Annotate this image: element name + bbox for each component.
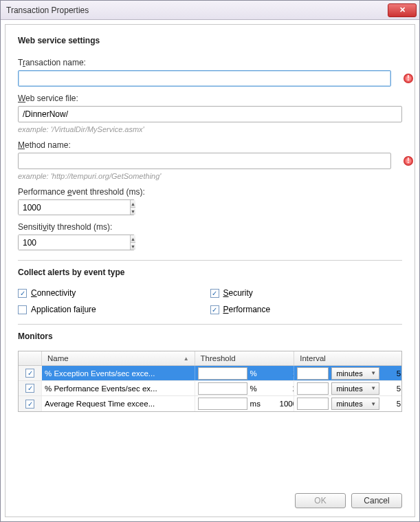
spin-down-icon[interactable]: ▼ [131,208,135,215]
interval-unit-select[interactable]: minutes▼ [331,367,379,380]
threshold-input[interactable] [199,398,295,409]
checkbox-icon: ✓ [18,289,27,298]
interval-spinner[interactable]: ▲▼ [297,398,329,410]
checkbox-icon: ✓ [210,289,219,298]
example-method-name: example: 'http://tempuri.org/GetSomethin… [18,172,402,180]
spin-down-icon[interactable]: ▼ [131,243,135,250]
error-icon: ! [404,156,413,166]
table-row[interactable]: ✓% Performance Events/sec ex...▲▼%▲▼minu… [19,381,401,396]
interval-spinner[interactable]: ▲▼ [297,382,329,395]
ok-button[interactable]: OK [295,493,346,508]
chevron-down-icon: ▼ [371,370,376,376]
threshold-spinner[interactable]: ▲▼ [198,382,247,395]
window-title: Transaction Properties [6,6,388,15]
row-name-cell: % Performance Events/sec ex... [42,381,195,395]
checkbox-icon[interactable]: ✓ [25,384,34,393]
perf-threshold-spinner[interactable]: ▲ ▼ [18,199,135,215]
row-threshold-cell: ▲▼% [195,381,295,395]
threshold-unit: % [250,369,263,378]
threshold-input[interactable] [199,383,295,394]
table-header: Name▲ Threshold Interval [19,351,401,366]
checkbox-icon[interactable]: ✓ [25,400,34,409]
label-web-service-file: Web service file: [18,94,402,103]
checkbox-security[interactable]: ✓ Security [210,288,403,298]
interval-unit-value: minutes [336,369,363,378]
row-name-cell: Average Request Time excee... [42,396,195,411]
chevron-down-icon: ▼ [371,385,376,391]
col-interval[interactable]: Interval [294,351,401,365]
spin-up-icon[interactable]: ▲ [131,235,135,243]
close-button[interactable]: ✕ [388,3,417,17]
alerts-grid: ✓ Connectivity ✓ Security Application fa… [18,288,402,314]
label-perf-threshold: Performance event threshold (ms): [18,187,402,197]
table-row[interactable]: ✓% Exception Events/sec exce...▲▼%▲▼minu… [19,366,401,381]
separator [18,324,402,325]
label-transaction-name: Transaction name: [18,58,402,67]
example-web-service-file: example: '/VirtualDir/MyService.asmx' [18,125,402,133]
threshold-unit: % [250,384,263,393]
spinner-buttons: ▲ ▼ [130,235,135,250]
table-row[interactable]: ✓Average Request Time excee...▲▼ms▲▼minu… [19,396,401,411]
row-interval-cell: ▲▼minutes▼ [294,366,401,380]
interval-unit-select[interactable]: minutes▼ [331,382,379,395]
row-name: % Exception Events/sec exce... [45,369,155,378]
row-threshold-cell: ▲▼ms [195,396,295,411]
row-name-cell: % Exception Events/sec exce... [42,366,195,380]
row-checkbox-cell: ✓ [19,396,42,411]
sens-threshold-spinner[interactable]: ▲ ▼ [18,235,135,250]
row-threshold-cell: ▲▼% [195,366,295,380]
section-web-service: Web service settings [18,36,402,45]
spinner-buttons: ▲ ▼ [130,200,135,215]
row-checkbox-cell: ✓ [19,381,42,395]
checkbox-app-failure[interactable]: Application failure [18,305,210,314]
col-threshold[interactable]: Threshold [195,351,295,365]
transaction-name-input[interactable] [18,70,391,87]
checkbox-connectivity[interactable]: ✓ Connectivity [18,288,210,298]
web-service-file-input[interactable] [18,106,402,122]
cancel-button[interactable]: Cancel [351,493,402,508]
col-check[interactable] [19,351,42,365]
interval-spinner[interactable]: ▲▼ [297,367,329,380]
threshold-unit: ms [250,400,263,408]
monitors-table: Name▲ Threshold Interval ✓% Exception Ev… [18,351,402,412]
interval-unit-value: minutes [336,384,363,393]
chevron-down-icon: ▼ [371,401,376,407]
spin-up-icon[interactable]: ▲ [131,200,135,208]
checkbox-icon [18,305,27,314]
button-bar: OK Cancel [18,483,402,508]
titlebar: Transaction Properties ✕ [1,1,419,20]
row-name: % Performance Events/sec ex... [45,384,157,393]
dialog-body: Web service settings Transaction name: !… [5,24,415,517]
section-collect-alerts: Collect alerts by event type [18,268,402,277]
label-sens-threshold: Sensitivity threshold (ms): [18,222,402,232]
threshold-spinner[interactable]: ▲▼ [198,398,247,410]
interval-unit-select[interactable]: minutes▼ [331,398,379,410]
close-icon: ✕ [399,6,406,14]
row-interval-cell: ▲▼minutes▼ [294,381,401,395]
row-name: Average Request Time excee... [45,400,155,408]
checkbox-icon: ✓ [210,305,219,314]
checkbox-icon[interactable]: ✓ [25,369,34,378]
separator [18,260,402,261]
row-interval-cell: ▲▼minutes▼ [294,396,401,411]
dialog-window: Transaction Properties ✕ Web service set… [0,0,420,522]
row-checkbox-cell: ✓ [19,366,42,380]
sens-threshold-input[interactable] [19,235,130,250]
section-monitors: Monitors [18,331,402,341]
perf-threshold-input[interactable] [19,200,130,215]
threshold-spinner[interactable]: ▲▼ [198,367,247,380]
col-name[interactable]: Name▲ [42,351,195,365]
error-icon: ! [404,74,413,83]
method-name-input[interactable] [18,153,391,169]
sort-asc-icon: ▲ [184,356,189,362]
threshold-input[interactable] [199,368,295,379]
checkbox-performance[interactable]: ✓ Performance [210,305,403,314]
interval-unit-value: minutes [336,400,363,408]
label-method-name: Method name: [18,140,402,150]
